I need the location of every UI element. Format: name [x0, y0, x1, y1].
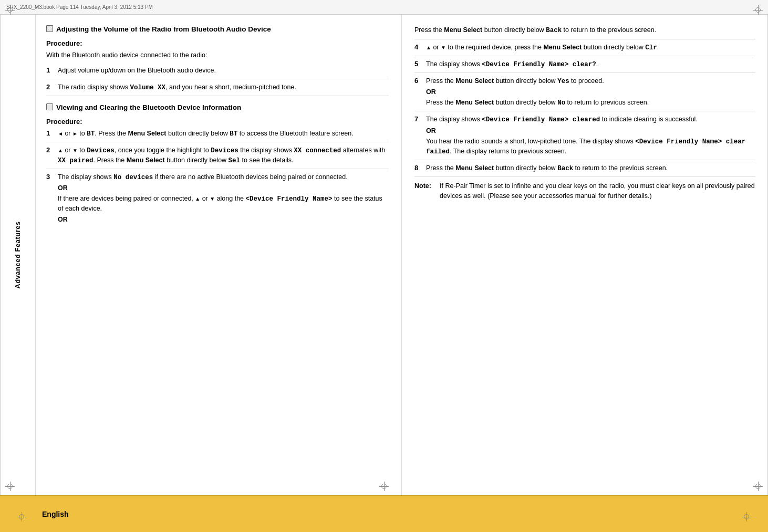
- sel-label: Sel: [229, 157, 241, 164]
- back-label8: Back: [557, 165, 573, 172]
- arrow-down4: ▼: [441, 44, 446, 52]
- step-5-content: The display shows <Device Friendly Name>…: [426, 59, 755, 69]
- xx-paired: XX paired: [58, 157, 94, 164]
- menu-select-r6b: Menu Select: [455, 99, 494, 106]
- step-s2-1-content: ◄ or ► to BT. Press the Menu Select butt…: [58, 129, 389, 139]
- step-2-content: The radio display shows Volume XX, and y…: [58, 82, 389, 92]
- step-8: 8 Press the Menu Select button directly …: [414, 163, 755, 177]
- xx-connected: XX connected: [294, 147, 341, 154]
- bt-label: BT: [87, 130, 95, 138]
- step-1: 1 Adjust volume up/down on the Bluetooth…: [46, 66, 389, 79]
- bt-label2: BT: [230, 130, 237, 138]
- arrow-down-icon2: ▼: [72, 147, 78, 155]
- step-s2-1: 1 ◄ or ► to BT. Press the Menu Select bu…: [46, 129, 389, 142]
- devices-label: Devices: [87, 147, 115, 154]
- cleared-label: <Device Friendly Name> cleared: [482, 116, 600, 123]
- step-s2-1-num: 1: [46, 129, 58, 139]
- header-text: SRX_2200_M3.book Page 114 Tuesday, April…: [6, 4, 153, 10]
- step-7: 7 The display shows <Device Friendly Nam…: [414, 114, 755, 160]
- section2-title: Viewing and Clearing the Bluetooth Devic…: [56, 103, 241, 111]
- arrow-left-icon: ◄: [58, 130, 63, 138]
- menu-select-r4: Menu Select: [543, 44, 582, 51]
- step-s2-3-content: The display shows No devices if there ar…: [58, 172, 389, 225]
- arrow-up3: ▲: [195, 195, 200, 203]
- step-7-num: 7: [414, 114, 426, 124]
- arrow-down3: ▼: [210, 195, 215, 203]
- step-s2-3-num: 3: [46, 172, 58, 182]
- step-7-content: The display shows <Device Friendly Name>…: [426, 114, 755, 157]
- step-5: 5 The display shows <Device Friendly Nam…: [414, 59, 755, 73]
- step-5-num: 5: [414, 59, 426, 69]
- arrow-up4: ▲: [426, 44, 431, 52]
- arrow-right-icon: ►: [72, 130, 78, 138]
- arrow-up-icon2: ▲: [58, 147, 63, 155]
- yes-label: Yes: [557, 78, 569, 85]
- menu-select-r8: Menu Select: [455, 164, 494, 172]
- clr-label: Clr: [645, 44, 657, 51]
- language-label: English: [42, 510, 69, 518]
- step-s2-2-content: ▲ or ▼ to Devices, once you toggle the h…: [58, 145, 389, 165]
- step-2: 2 The radio display shows Volume XX, and…: [46, 82, 389, 96]
- volume-xx: Volume XX: [130, 84, 166, 91]
- sidebar-label: Advanced Features: [0, 15, 36, 495]
- or-6: OR: [426, 87, 755, 97]
- step-s2-2: 2 ▲ or ▼ to Devices, once you toggle the…: [46, 145, 389, 169]
- menu-select-label1: Menu Select: [128, 130, 167, 137]
- step-6-content: Press the Menu Select button directly be…: [426, 76, 755, 108]
- note-text: If Re-Pair Timer is set to infinite and …: [440, 181, 755, 201]
- step-2-num: 2: [46, 82, 58, 92]
- section1-intro: With the Bluetooth audio device connecte…: [46, 50, 389, 60]
- left-column: Adjusting the Volume of the Radio from B…: [36, 15, 402, 495]
- section1-procedure: Procedure:: [46, 39, 389, 47]
- or-7: OR: [426, 126, 755, 135]
- clear-failed: <Device Friendly Name> clear failed: [426, 138, 745, 155]
- section2-procedure: Procedure:: [46, 118, 389, 126]
- crosshair-top-right: [753, 5, 763, 15]
- no-label: No: [557, 99, 565, 107]
- step-8-content: Press the Menu Select button directly be…: [426, 163, 755, 173]
- step-8-num: 8: [414, 163, 426, 173]
- clear-question: <Device Friendly Name> clear?: [482, 61, 596, 68]
- step-s2-3: 3 The display shows No devices if there …: [46, 172, 389, 228]
- section1-title: Adjusting the Volume of the Radio from B…: [56, 25, 271, 33]
- top-bar: SRX_2200_M3.book Page 114 Tuesday, April…: [0, 0, 768, 15]
- step-4-content: ▲ or ▼ to the required device, press the…: [426, 43, 755, 53]
- step-4: 4 ▲ or ▼ to the required device, press t…: [414, 43, 755, 56]
- note-label: Note:: [414, 181, 440, 201]
- or-label2: OR: [58, 215, 389, 224]
- step-1-num: 1: [46, 66, 58, 76]
- crosshair-top-left: [5, 5, 15, 15]
- crosshair-bottom-right2: [742, 512, 751, 521]
- section1-heading: Adjusting the Volume of the Radio from B…: [46, 25, 389, 35]
- step-1-content: Adjust volume up/down on the Bluetooth a…: [58, 66, 389, 75]
- or-label1: OR: [58, 183, 389, 193]
- main-content: Adjusting the Volume of the Radio from B…: [36, 15, 768, 495]
- menu-select-r0: Menu Select: [444, 26, 482, 34]
- note-section: Note: If Re-Pair Timer is set to infinit…: [414, 181, 755, 201]
- section2-icon: [46, 103, 53, 110]
- step-4-num: 4: [414, 43, 426, 53]
- section1-icon: [46, 25, 53, 32]
- back-label0: Back: [546, 27, 562, 34]
- step-6-num: 6: [414, 76, 426, 86]
- menu-select-r6: Menu Select: [455, 77, 494, 85]
- bottom-bar: English: [0, 495, 768, 532]
- crosshair-bottom-left2: [17, 512, 26, 521]
- right-intro: Press the Menu Select button directly be…: [414, 25, 755, 39]
- step-s2-2-num: 2: [46, 145, 58, 155]
- step-6: 6 Press the Menu Select button directly …: [414, 76, 755, 111]
- right-column: Press the Menu Select button directly be…: [402, 15, 768, 495]
- menu-select-label2: Menu Select: [127, 157, 165, 164]
- no-devices: No devices: [113, 174, 153, 181]
- sidebar-label-text: Advanced Features: [14, 221, 22, 288]
- devices-label2: Devices: [211, 147, 238, 154]
- device-name1: <Device Friendly Name>: [246, 195, 333, 203]
- section2-heading: Viewing and Clearing the Bluetooth Devic…: [46, 103, 389, 113]
